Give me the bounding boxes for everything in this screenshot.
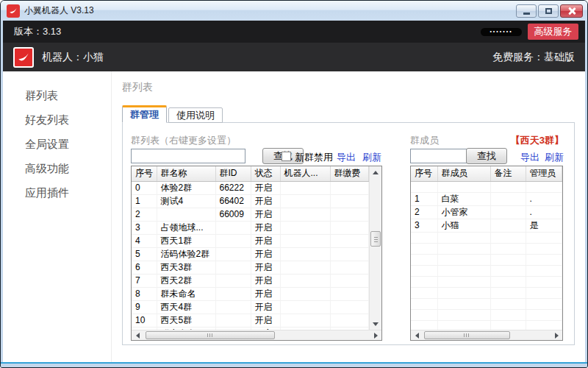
table-row[interactable] [411,243,562,254]
table-row[interactable] [411,320,562,330]
minimize-button[interactable] [516,4,537,18]
table-row[interactable]: 266009开启 [132,208,369,221]
scroll-up-button[interactable] [370,166,381,178]
arrow-down-icon [373,322,379,326]
table-row[interactable]: 0体验2群66222开启 [132,181,369,194]
table-row[interactable] [411,287,562,298]
group-table-vscrollbar[interactable] [369,166,381,330]
member-export-link[interactable]: 导出 [520,151,539,164]
table-cell [330,247,369,261]
close-button[interactable] [560,4,583,18]
column-header: 机器人... [280,166,330,181]
tab-content: 群列表（右键更多设置） 查找 新群禁用 导出 刷新 序号群名称群ID状态机器人.… [122,122,575,345]
table-cell [330,221,369,234]
arrow-right-icon [374,333,378,339]
group-table: 序号群名称群ID状态机器人...群缴费0体验2群66222开启1测试466402… [131,166,382,341]
table-row[interactable]: 3占领地球...开启 [132,221,369,234]
maximize-button[interactable] [538,4,559,18]
table-cell [411,276,437,287]
sidebar-item-plugins[interactable]: 应用插件 [3,180,111,205]
member-refresh-link[interactable]: 刷新 [545,151,564,164]
table-row[interactable]: 2小管家. [411,205,562,219]
table-row[interactable] [411,276,562,287]
sidebar-item-advanced[interactable]: 高级功能 [3,156,111,180]
table-row[interactable] [411,309,562,320]
table-cell [411,309,437,320]
table-row[interactable] [411,298,562,309]
group-export-link[interactable]: 导出 [337,151,356,164]
table-cell [280,300,330,314]
hscroll-thumb[interactable] [146,331,275,339]
table-row[interactable]: 6西天3群开启 [132,261,369,274]
table-cell: 5 [132,247,157,261]
table-row[interactable]: 1测试466402开启 [132,194,369,208]
group-search-input[interactable] [131,149,245,163]
table-cell: 4 [132,234,157,247]
thumb-grip [207,333,214,337]
table-row[interactable] [411,181,562,192]
table-cell [490,219,526,232]
table-cell [526,254,562,265]
table-row[interactable]: 3小猫是 [411,219,562,232]
tab-usage-instructions[interactable]: 使用说明 [168,107,223,123]
group-table-hscrollbar[interactable] [132,330,381,340]
robot-avatar-icon [13,47,34,68]
table-cell [330,261,369,274]
table-cell [437,309,490,320]
table-row[interactable] [411,265,562,276]
table-cell: 3 [411,219,437,232]
table-cell [330,300,369,314]
member-table-hscrollbar[interactable] [411,330,562,340]
table-row[interactable] [411,232,562,243]
table-cell [330,208,369,221]
scroll-left-button[interactable] [411,330,423,340]
table-row[interactable]: 10西天5群开启 [132,314,369,327]
sidebar-item-friend-list[interactable]: 好友列表 [3,107,111,132]
close-icon [568,7,576,15]
new-group-disable-checkbox[interactable] [282,152,291,161]
table-cell [490,181,526,192]
table-cell: 66009 [215,208,251,221]
column-header: 备注 [490,166,526,181]
table-row[interactable]: 1白菜. [411,192,562,205]
title-bar: 小翼机器人 V3.13 [1,1,587,21]
member-find-button[interactable]: 查找 [466,148,507,164]
table-row[interactable]: 8群未命名开启 [132,287,369,300]
table-cell: 7 [132,274,157,287]
table-cell: 小管家 [437,205,490,219]
tab-group-management[interactable]: 群管理 [122,105,167,123]
table-row[interactable]: 7西天2群开启 [132,274,369,287]
scroll-down-button[interactable] [370,318,381,330]
premium-service-button[interactable]: 高级服务 [528,24,578,40]
table-cell [215,221,251,234]
table-cell [490,254,526,265]
column-header: 序号 [132,166,157,181]
column-header: 群缴费 [330,166,369,181]
hscroll-thumb[interactable] [424,331,510,339]
sidebar: 群列表 好友列表 全局设置 高级功能 应用插件 [3,71,112,362]
scroll-right-button[interactable] [551,330,562,340]
member-table: 序号群成员备注管理员1白菜.2小管家.3小猫是 [410,166,563,341]
table-cell: 开启 [251,208,280,221]
column-header: 序号 [411,166,437,181]
scroll-right-button[interactable] [370,330,381,340]
table-row[interactable] [411,254,562,265]
table-row[interactable]: 5活码体验2群开启 [132,247,369,261]
sidebar-item-global-settings[interactable]: 全局设置 [3,132,111,156]
table-cell [330,287,369,300]
table-cell [526,232,562,243]
sidebar-item-group-list[interactable]: 群列表 [3,83,111,107]
robot-name-label: 机器人：小猫 [42,51,104,64]
scroll-left-button[interactable] [132,330,143,340]
vscroll-thumb[interactable] [370,231,381,247]
masked-account: ••••••• [481,28,522,36]
table-row[interactable]: 4西天1群开启 [132,234,369,247]
window-bottom-frame [1,362,587,367]
table-row[interactable]: 9西天4群开启 [132,300,369,314]
table-cell: 6 [132,261,157,274]
thumb-grip [464,333,470,337]
version-label: 版本：3.13 [14,25,61,38]
group-refresh-link[interactable]: 刷新 [362,151,381,164]
arrow-left-icon [136,333,140,339]
table-cell: 开启 [251,300,280,314]
